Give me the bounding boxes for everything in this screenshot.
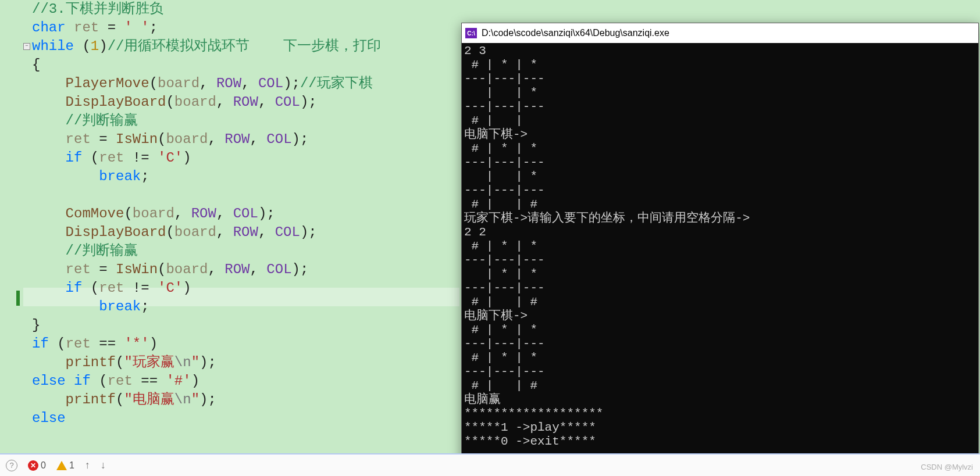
warning-icon [56, 461, 67, 470]
error-icon: ✕ [28, 460, 38, 471]
identifier: ret [74, 20, 99, 35]
console-title-text: D:\code\scode\sanziqi\x64\Debug\sanziqi.… [482, 28, 669, 38]
console-icon: C:\ [465, 28, 477, 38]
change-marker [16, 291, 20, 306]
collapse-icon[interactable]: − [23, 43, 30, 50]
gutter: − [0, 0, 32, 453]
console-window: C:\ D:\code\scode\sanziqi\x64\Debug\sanz… [461, 23, 979, 467]
errors-badge[interactable]: ✕0 [28, 460, 46, 471]
help-icon[interactable]: ? [6, 460, 17, 471]
warnings-badge[interactable]: 1 [56, 460, 74, 471]
keyword: char [32, 20, 66, 35]
comment: //3.下棋并判断胜负 [32, 1, 163, 17]
up-arrow-icon[interactable]: ↑ [85, 459, 90, 471]
watermark: CSDN @Mylvzi [921, 463, 973, 471]
down-arrow-icon[interactable]: ↓ [101, 459, 106, 471]
code-content[interactable]: //3.下棋并判断胜负 char ret = ' '; while (1)//用… [32, 0, 381, 428]
console-output[interactable]: 2 3 # | * | * ---|---|--- | | * ---|---|… [462, 43, 978, 450]
status-bar: ? ✕0 1 ↑ ↓ [0, 453, 980, 476]
console-titlebar[interactable]: C:\ D:\code\scode\sanziqi\x64\Debug\sanz… [462, 23, 978, 43]
